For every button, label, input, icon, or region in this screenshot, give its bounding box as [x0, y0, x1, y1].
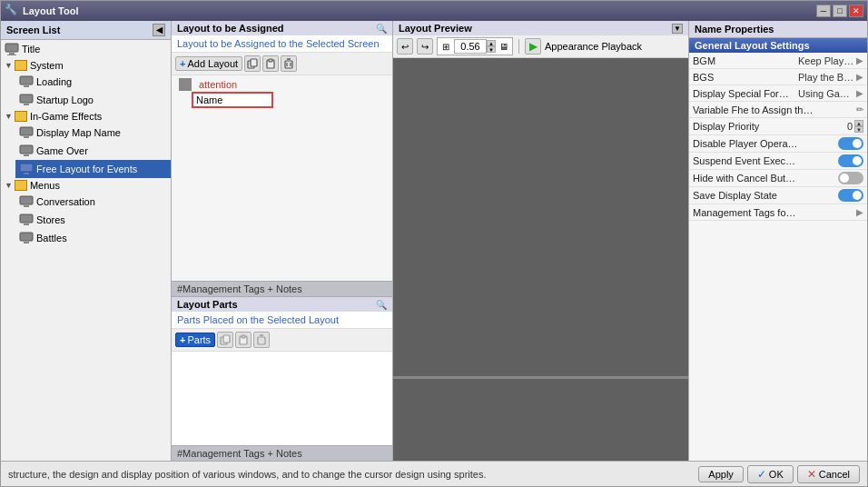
property-row-variable[interactable]: Variable Fhe to Assign th… ✏ [689, 102, 867, 118]
zoom-control: ⊞ ▲ ▼ 🖥 [437, 37, 513, 55]
toggle-disable-player[interactable] [838, 137, 863, 150]
sidebar-item-startup[interactable]: Startup Logo [15, 91, 171, 109]
plus-icon: + [180, 58, 185, 69]
sidebar-item-battles[interactable]: Battles [15, 229, 171, 247]
svg-rect-23 [285, 61, 292, 68]
toggle-suspend-event[interactable] [838, 154, 863, 167]
toggle-save-display[interactable] [838, 189, 863, 202]
sidebar-item-stores[interactable]: Stores [15, 211, 171, 229]
layout-parts-section: Layout Parts 🔍 Parts Placed on the Selec… [172, 297, 392, 461]
close-button[interactable]: ✕ [849, 5, 863, 17]
layout-name-input[interactable] [193, 94, 271, 106]
sidebar-item-system[interactable]: ▼ System [1, 58, 171, 73]
layout-assigned-header: Layout to be Assigned 🔍 [172, 21, 392, 35]
title-bar-text: Layout Tool [23, 5, 816, 16]
layout-panel-top: Layout to be Assigned 🔍 Layout to be Ass… [172, 21, 392, 297]
preview-toolbar: ↩ ↪ ⊞ ▲ ▼ 🖥 ▶ Appearance Playback [393, 35, 688, 58]
status-text: structure, the design and display positi… [8, 469, 486, 480]
maximize-button[interactable]: □ [833, 5, 847, 17]
redo-button[interactable]: ↪ [417, 38, 433, 55]
status-buttons: Apply ✓ OK ✕ Cancel [698, 465, 860, 483]
apply-button[interactable]: Apply [698, 466, 744, 482]
sidebar-item-menus[interactable]: ▼ Menus [1, 178, 171, 193]
folder-icon-ingame [15, 111, 27, 122]
property-label-display-special: Display Special Form… [689, 86, 794, 101]
arrow-icon-ingame: ▼ [5, 112, 13, 121]
property-row-display-special[interactable]: Display Special Form… Using Game … ▶ [689, 85, 867, 102]
layout-parts-header: Layout Parts 🔍 [172, 297, 392, 312]
add-parts-button[interactable]: + Parts [175, 333, 215, 347]
property-row-hide-cancel[interactable]: Hide with Cancel But… [689, 170, 867, 187]
property-row-disable-player[interactable]: Disable Player Opera… [689, 135, 867, 153]
property-value-display-priority: 0 ▲ ▼ [843, 118, 867, 134]
plus-icon-parts: + [180, 334, 185, 345]
property-row-display-priority[interactable]: Display Priority 0 ▲ ▼ [689, 118, 867, 135]
ok-button[interactable]: ✓ OK [747, 465, 794, 483]
property-value-bgs: Play the BGS… ▶ [794, 70, 867, 84]
property-label-save-display: Save Display State [689, 188, 834, 203]
zoom-up-button[interactable]: ▲ [487, 40, 496, 46]
play-button[interactable]: ▶ [525, 38, 541, 55]
zoom-down-button[interactable]: ▼ [487, 46, 496, 53]
chevron-icon-bgm: ▶ [856, 55, 863, 65]
sidebar-item-freelayout[interactable]: Free Layout for Events [15, 160, 171, 178]
priority-down-button[interactable]: ▼ [854, 126, 863, 133]
appearance-playback-label: Appearance Playback [545, 41, 642, 52]
delete-button[interactable] [281, 55, 297, 72]
add-parts-label: Parts [187, 334, 211, 345]
toggle-hide-cancel[interactable] [838, 172, 863, 184]
sidebar-item-gameover[interactable]: Game Over [15, 142, 171, 160]
preview-scroll-btn[interactable]: ▼ [672, 24, 683, 34]
svg-rect-13 [20, 196, 33, 204]
layout-list-item: attention [172, 75, 392, 110]
ok-label: OK [769, 469, 784, 480]
minimize-button[interactable]: ─ [816, 5, 831, 17]
layout-panel: Layout to be Assigned 🔍 Layout to be Ass… [172, 21, 393, 461]
parts-delete-button[interactable] [253, 332, 270, 348]
zoom-input[interactable] [454, 39, 487, 54]
app-icon: 🔧 [5, 4, 19, 18]
properties-header: Name Properties [689, 21, 867, 38]
svg-rect-30 [242, 335, 245, 338]
sidebar-item-ingame-label: In-Game Effects [30, 111, 102, 122]
property-value-suspend-event [834, 153, 867, 169]
layout-item-icon [179, 78, 192, 91]
add-layout-button[interactable]: + Add Layout [175, 56, 242, 71]
property-row-bgs[interactable]: BGS Play the BGS… ▶ [689, 69, 867, 85]
sidebar-item-conversation[interactable]: Conversation [15, 193, 171, 211]
svg-rect-0 [5, 44, 18, 52]
collapse-button[interactable]: ◀ [153, 24, 165, 36]
sidebar-item-loading[interactable]: Loading [15, 73, 171, 91]
sidebar-item-title[interactable]: Title [1, 40, 171, 58]
property-row-bgm[interactable]: BGM Keep Playin… ▶ [689, 53, 867, 69]
sidebar-item-menus-label: Menus [30, 180, 60, 191]
parts-label: Parts Placed on the Selected Layout [172, 312, 392, 329]
app-window: 🔧 Layout Tool ─ □ ✕ Screen List ◀ [0, 0, 868, 487]
layout-item-attention-label[interactable]: attention [195, 78, 241, 91]
svg-rect-18 [24, 242, 29, 244]
property-row-suspend-event[interactable]: Suspend Event Exec… [689, 153, 867, 170]
search-icon[interactable]: 🔍 [376, 24, 387, 34]
copy-button[interactable] [244, 55, 261, 72]
property-row-management-tags[interactable]: Management Tags fo… ▶ [689, 204, 867, 221]
edit-icon-variable[interactable]: ✏ [856, 104, 863, 114]
divider [518, 39, 519, 54]
undo-button[interactable]: ↩ [397, 38, 413, 55]
property-value-disable-player [834, 135, 867, 152]
priority-up-button[interactable]: ▲ [854, 120, 863, 126]
properties-section-title: General Layout Settings [695, 40, 810, 51]
parts-search-icon[interactable]: 🔍 [376, 300, 387, 310]
parts-paste-button[interactable] [235, 332, 252, 348]
zoom-spinners: ▲ ▼ [487, 40, 496, 53]
svg-rect-6 [24, 104, 29, 105]
property-row-save-display[interactable]: Save Display State [689, 187, 867, 204]
cancel-label: Cancel [819, 469, 850, 480]
fit-button[interactable]: ⊞ [438, 38, 454, 55]
chevron-icon-display-special: ▶ [856, 88, 863, 98]
sidebar-item-ingame[interactable]: ▼ In-Game Effects [1, 109, 171, 124]
cancel-button[interactable]: ✕ Cancel [797, 465, 860, 483]
paste-button[interactable] [262, 55, 279, 72]
parts-copy-button[interactable] [217, 332, 233, 348]
sidebar-item-displaymap[interactable]: Display Map Name [15, 124, 171, 142]
display-button[interactable]: 🖥 [496, 38, 512, 55]
